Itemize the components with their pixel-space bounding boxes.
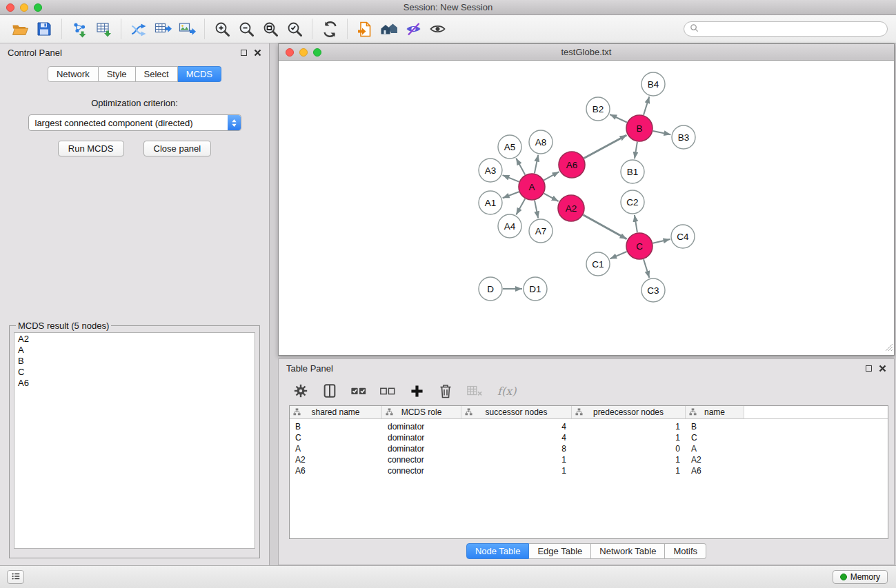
cell-predecessor-nodes[interactable]: 1 (572, 455, 686, 465)
column-header-successor-nodes[interactable]: successor nodes (461, 406, 572, 418)
graph-node-B1[interactable]: B1 (621, 160, 644, 183)
graph-node-C2[interactable]: C2 (621, 190, 644, 214)
edge-B-to-B3[interactable] (653, 131, 671, 134)
network-zoom-button[interactable] (313, 48, 321, 57)
close-panel-button[interactable]: Close panel (143, 141, 212, 156)
open-file-icon[interactable] (10, 19, 30, 39)
mcds-result-item[interactable]: B (14, 356, 255, 367)
memory-button[interactable]: Memory (833, 570, 888, 584)
show-all-icon[interactable] (427, 19, 448, 39)
network-canvas[interactable]: AA1A2A3A4A5A6A7A8BB1B2B3B4CC1C2C3C4DD1 (279, 61, 894, 355)
first-neighbors-icon[interactable] (379, 19, 399, 39)
cell-successor-nodes[interactable]: 1 (461, 466, 572, 476)
cell-mcds-role[interactable]: dominator (382, 444, 461, 454)
edge-A-to-A1[interactable] (503, 192, 519, 198)
minimize-window-button[interactable] (20, 3, 28, 12)
cell-name[interactable]: B (686, 422, 744, 432)
graph-node-A5[interactable]: A5 (498, 135, 521, 159)
cell-successor-nodes[interactable]: 4 (461, 422, 572, 432)
graph-node-A8[interactable]: A8 (529, 130, 552, 154)
task-list-button[interactable] (7, 570, 24, 584)
cell-name[interactable]: A2 (686, 455, 744, 465)
edge-A-to-A4[interactable] (516, 199, 525, 214)
cell-predecessor-nodes[interactable]: 0 (572, 444, 686, 454)
edge-A-to-A7[interactable] (535, 201, 538, 219)
import-network-icon[interactable] (69, 19, 90, 39)
edge-A-to-A8[interactable] (535, 155, 538, 174)
cell-shared-name[interactable]: B (290, 422, 382, 432)
graph-node-C3[interactable]: C3 (641, 278, 665, 302)
deselect-all-icon[interactable] (379, 382, 397, 400)
graph-node-B2[interactable]: B2 (586, 97, 610, 121)
control-panel-close-icon[interactable] (254, 49, 261, 57)
network-graph[interactable]: AA1A2A3A4A5A6A7A8BB1B2B3B4CC1C2C3C4DD1 (279, 61, 894, 355)
mcds-result-item[interactable]: A6 (14, 378, 255, 389)
zoom-selected-icon[interactable] (284, 19, 305, 39)
table-tab-network-table[interactable]: Network Table (591, 543, 665, 559)
resize-grip[interactable] (885, 342, 893, 354)
table-row[interactable]: Bdominator41B (290, 421, 888, 432)
export-table-icon[interactable] (152, 19, 173, 39)
table-settings-icon[interactable] (292, 382, 310, 400)
table-row[interactable]: Cdominator41C (290, 432, 888, 443)
cell-name[interactable]: A6 (686, 466, 744, 476)
graph-node-C1[interactable]: C1 (586, 252, 610, 276)
table-panel-close-icon[interactable] (879, 365, 886, 372)
search-input[interactable] (702, 24, 882, 34)
cell-mcds-role[interactable]: dominator (382, 433, 461, 443)
edge-A6-to-B[interactable] (584, 135, 627, 159)
control-tab-mcds[interactable]: MCDS (178, 66, 221, 82)
cell-mcds-role[interactable]: connector (382, 466, 461, 476)
edge-A2-to-C[interactable] (584, 215, 627, 239)
column-header-name[interactable]: name (686, 406, 744, 418)
cell-shared-name[interactable]: A (290, 444, 382, 454)
mcds-result-item[interactable]: A (14, 345, 255, 356)
edge-C-to-C3[interactable] (644, 259, 649, 278)
graph-node-A3[interactable]: A3 (479, 159, 502, 182)
cell-mcds-role[interactable]: connector (382, 455, 461, 465)
close-window-button[interactable] (6, 3, 14, 12)
zoom-fit-icon[interactable] (260, 19, 281, 39)
table-tab-node-table[interactable]: Node Table (466, 543, 530, 559)
graph-node-A7[interactable]: A7 (529, 219, 552, 243)
control-tab-network[interactable]: Network (48, 66, 99, 82)
function-builder-button[interactable]: f(x) (497, 385, 516, 398)
cell-successor-nodes[interactable]: 8 (461, 444, 572, 454)
refresh-icon[interactable] (319, 19, 340, 39)
edge-C-to-C2[interactable] (635, 215, 637, 232)
mcds-result-item[interactable]: A2 (14, 334, 255, 345)
column-header-mcds-role[interactable]: MCDS role (382, 406, 461, 418)
cell-name[interactable]: C (686, 433, 744, 443)
mcds-result-list[interactable]: A2ABCA6 (14, 332, 255, 549)
graph-node-C[interactable]: C (626, 233, 653, 259)
cell-successor-nodes[interactable]: 1 (461, 455, 572, 465)
cell-shared-name[interactable]: C (290, 433, 382, 443)
network-minimize-button[interactable] (299, 48, 308, 57)
table-row[interactable]: A6connector11A6 (290, 465, 888, 476)
graph-node-A[interactable]: A (519, 174, 545, 200)
graph-node-A4[interactable]: A4 (498, 214, 521, 238)
graph-node-D[interactable]: D (479, 277, 502, 301)
cell-predecessor-nodes[interactable]: 1 (572, 433, 686, 443)
graph-node-D1[interactable]: D1 (524, 277, 547, 301)
mcds-result-item[interactable]: C (14, 367, 255, 378)
edge-B-to-B2[interactable] (610, 114, 627, 123)
select-all-icon[interactable] (350, 382, 368, 400)
table-tab-motifs[interactable]: Motifs (665, 543, 706, 559)
graph-node-B[interactable]: B (626, 115, 653, 141)
graph-node-A6[interactable]: A6 (559, 152, 585, 178)
export-image-icon[interactable] (177, 19, 197, 39)
add-row-icon[interactable] (408, 382, 426, 400)
run-mcds-button[interactable]: Run MCDS (58, 141, 124, 156)
zoom-out-icon[interactable] (236, 19, 257, 39)
table-row[interactable]: A2connector11A2 (290, 454, 888, 465)
graph-node-A2[interactable]: A2 (558, 195, 584, 221)
network-close-button[interactable] (286, 48, 294, 57)
control-panel-float-icon[interactable] (241, 50, 247, 56)
criterion-dropdown[interactable]: largest connected component (directed) (28, 114, 241, 131)
table-tab-edge-table[interactable]: Edge Table (529, 543, 591, 559)
graph-node-C4[interactable]: C4 (671, 225, 695, 248)
column-header-predecessor-nodes[interactable]: predecessor nodes (572, 406, 686, 418)
show-columns-icon[interactable] (321, 382, 339, 400)
edge-A-to-A6[interactable] (544, 172, 559, 180)
